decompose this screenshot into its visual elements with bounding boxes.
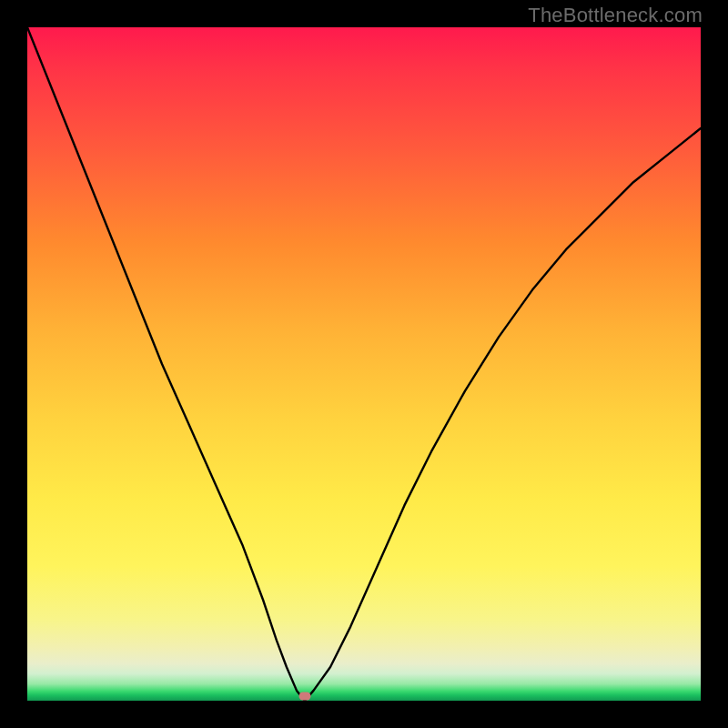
minimum-marker <box>298 692 310 700</box>
watermark-text: TheBottleneck.com <box>528 4 703 27</box>
plot-area <box>27 27 701 701</box>
bottleneck-curve <box>27 27 701 701</box>
chart-frame: TheBottleneck.com <box>0 0 728 728</box>
